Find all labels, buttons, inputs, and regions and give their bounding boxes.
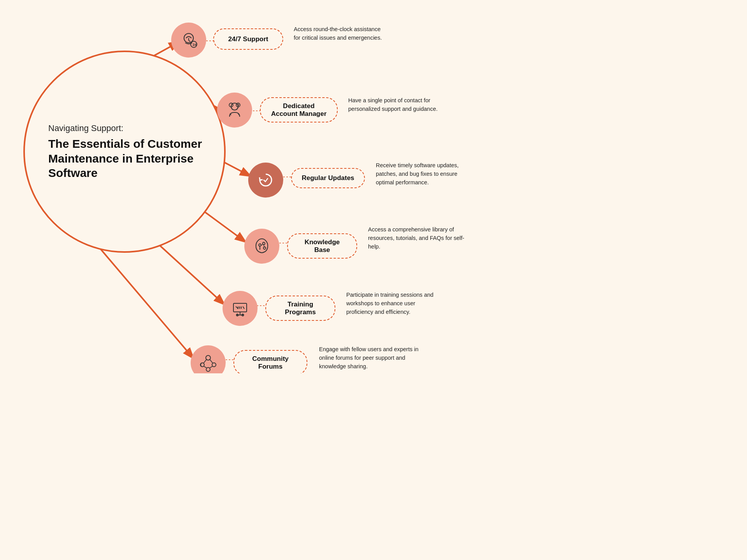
svg-line-43 [203, 359, 207, 363]
title-main: The Essentials of Customer Maintenance i… [48, 136, 205, 180]
label-regular-updates-text: Regular Updates [302, 174, 354, 182]
main-circle: Navigating Support: The Essentials of Cu… [23, 51, 226, 253]
main-container: Navigating Support: The Essentials of Cu… [0, 0, 494, 373]
label-support247-text: 24/7 Support [228, 35, 268, 43]
icon-training-programs [223, 291, 258, 326]
label-account-manager-text: Dedicated Account Manager [271, 102, 327, 118]
label-knowledge-base: Knowledge Base [287, 233, 357, 259]
title-subtitle: Navigating Support: [48, 123, 123, 134]
svg-line-45 [204, 366, 207, 368]
svg-line-38 [243, 306, 244, 309]
svg-point-41 [212, 363, 216, 367]
icon-community-forums [191, 345, 226, 373]
svg-text:24: 24 [193, 43, 196, 47]
label-support247: 24/7 Support [213, 28, 283, 50]
label-regular-updates: Regular Updates [291, 168, 365, 188]
desc-regular-updates: Receive timely software updates, patches… [376, 161, 473, 187]
label-training-programs-text: Training Programs [285, 301, 316, 316]
desc-account-manager: Have a single point of contact for perso… [348, 96, 438, 114]
desc-community-forums: Engage with fellow users and experts in … [319, 345, 424, 371]
desc-knowledge-base: Access a comprehensive library of resour… [368, 226, 469, 251]
icon-support247: 24 [171, 23, 206, 58]
svg-point-42 [206, 368, 210, 371]
icon-knowledge-base [244, 229, 279, 264]
svg-line-27 [264, 245, 264, 247]
icon-regular-updates [248, 163, 283, 198]
label-community-forums-text: Community Forums [252, 355, 289, 371]
desc-training-programs: Participate in training sessions and wor… [346, 291, 444, 316]
label-community-forums: Community Forums [233, 350, 307, 373]
label-training-programs: Training Programs [265, 296, 335, 321]
icon-account-manager [217, 93, 252, 128]
desc-support247: Access round-the-clock assistance for cr… [294, 25, 383, 42]
svg-line-46 [210, 366, 212, 368]
label-knowledge-base-text: Knowledge Base [305, 238, 340, 254]
svg-line-44 [210, 359, 213, 363]
label-account-manager: Dedicated Account Manager [260, 97, 338, 122]
svg-point-25 [263, 247, 266, 249]
svg-line-15 [189, 40, 190, 42]
